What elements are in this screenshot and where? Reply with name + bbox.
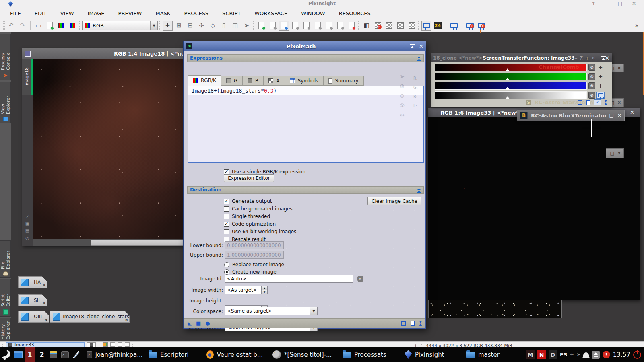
task-master[interactable]: master xyxy=(462,347,515,362)
image-width-stepper[interactable]: <As target> ▲▼ xyxy=(225,286,268,294)
image18-view-tab[interactable]: Image18 xyxy=(22,59,33,95)
split-channels-icon[interactable] xyxy=(67,21,77,31)
background-window-fragment[interactable]: □✕ xyxy=(606,148,624,158)
tray-cursor-icon[interactable]: ➤ xyxy=(577,352,580,357)
preview-rect-icon[interactable]: ▯ xyxy=(219,21,229,31)
collapse-icon[interactable] xyxy=(417,188,421,193)
stf-green-bar[interactable] xyxy=(435,73,587,80)
menu-item-script[interactable]: SCRIPT xyxy=(215,9,248,18)
tab-rgbk[interactable]: RGB/K xyxy=(188,75,221,86)
process-load-icon[interactable] xyxy=(290,21,300,31)
rgb-channels-icon[interactable] xyxy=(56,21,66,31)
collapse-icon[interactable] xyxy=(417,56,421,61)
generate-output-checkbox[interactable] xyxy=(224,199,229,204)
redo-icon[interactable]: ↷ xyxy=(17,21,27,31)
browse-doc-icon[interactable] xyxy=(411,321,415,326)
menu-item-file[interactable]: FILE xyxy=(3,9,28,18)
sidebar-item-history-explorer[interactable]: History Explorer ◆ xyxy=(0,318,11,341)
zoom-out-mode-icon[interactable]: ⊟ xyxy=(185,21,195,31)
image18-hscroll-thumb[interactable] xyxy=(91,240,184,246)
iconized-view-image18-clone-clone-stars[interactable]: Image18_clone_clone_stars N xyxy=(50,311,130,323)
window-controls[interactable]: ↑ ‒ □ ✕ xyxy=(591,1,640,6)
stf-titlebar[interactable]: 18_clone <*new*> ScreenTransferFunction:… xyxy=(431,53,612,62)
cache-images-row[interactable]: Cache generated images xyxy=(224,205,293,213)
mask-half-icon[interactable]: ◧ xyxy=(361,21,372,31)
browse-doc-icon[interactable] xyxy=(586,100,590,105)
stf-midtone-marker[interactable] xyxy=(506,87,510,90)
notifications-bell-icon[interactable] xyxy=(583,352,589,357)
menu-item-view[interactable]: VIEW xyxy=(54,9,81,18)
process-new-icon[interactable] xyxy=(256,21,266,31)
iconized-view-sii[interactable]: _SII N xyxy=(18,294,47,306)
background-window-fragment[interactable]: □✕ xyxy=(610,98,624,107)
preview-edit-icon[interactable]: ◫ xyxy=(230,21,240,31)
tray-indicator-d[interactable]: D xyxy=(549,350,557,359)
cache-images-checkbox[interactable] xyxy=(224,206,229,212)
close-icon[interactable]: ✕ xyxy=(617,100,621,105)
workspace-active-icon[interactable] xyxy=(103,342,108,347)
process-edit-icon[interactable] xyxy=(268,21,278,31)
package-launcher-icon[interactable] xyxy=(49,350,58,360)
generate-output-row[interactable]: Generate output xyxy=(224,197,272,205)
tab-g[interactable]: G xyxy=(221,76,243,86)
workspace-icon[interactable] xyxy=(110,342,115,347)
menu-item-preview[interactable]: PREVIEW xyxy=(111,9,149,18)
code-optimization-row[interactable]: Code optimization xyxy=(224,220,276,228)
stf-reset-lum-icon[interactable]: ⊗ xyxy=(588,92,595,99)
task-gimp[interactable]: *[Sense títol]-... xyxy=(268,347,337,362)
image18-window-icon[interactable] xyxy=(25,51,31,57)
iconized-view-ha[interactable]: _HA N xyxy=(18,276,47,288)
workspace-1-button[interactable]: 1 xyxy=(25,347,35,362)
sidebar-item-file-explorer[interactable]: File Explorer xyxy=(0,240,11,278)
stf-disable-icon[interactable]: ✕ xyxy=(465,21,475,31)
eject-icon[interactable] xyxy=(592,351,600,359)
tray-indicator-n[interactable]: N xyxy=(537,350,546,359)
task-escriptori[interactable]: Escriptori xyxy=(144,347,201,362)
sidebar-item-script-editor[interactable]: Script Editor xyxy=(0,279,11,317)
tab-symbols[interactable]: Symbols xyxy=(285,76,324,86)
strip-drag-handle[interactable] xyxy=(2,342,4,347)
clear-image-cache-button[interactable]: Clear Image Cache xyxy=(367,197,421,205)
window-manager-logo-icon[interactable] xyxy=(1,349,12,360)
mask-show-icon[interactable] xyxy=(407,21,417,31)
tray-indicator-m[interactable]: M xyxy=(526,350,535,359)
use-64bit-checkbox[interactable] xyxy=(224,229,229,234)
code-optimization-checkbox[interactable] xyxy=(224,222,229,227)
copy-view-icon[interactable]: ▤ xyxy=(25,228,29,233)
expressions-section-header[interactable]: Expressions xyxy=(187,54,424,62)
zoom-in-mode-icon[interactable]: ⊞ xyxy=(174,21,184,31)
color-space-select[interactable]: <Same as target> ▼ xyxy=(225,307,318,315)
keyboard-layout[interactable]: ES xyxy=(560,352,567,358)
use-64bit-row[interactable]: Use 64-bit working images xyxy=(224,228,296,236)
pan-mode-icon[interactable]: + xyxy=(163,21,173,31)
expression-editor-area[interactable]: Image18+(Image18_stars*0.3) xyxy=(188,86,424,163)
shade-icon[interactable] xyxy=(410,44,415,49)
process-reset-icon[interactable] xyxy=(313,21,323,31)
show-desktop-icon[interactable] xyxy=(13,350,23,360)
sidebar-item-process-console[interactable]: Process Console ➤ xyxy=(0,34,11,80)
close-icon[interactable]: ✕ xyxy=(419,43,423,49)
apply-instance-icon[interactable]: ◣ xyxy=(188,320,192,326)
menu-item-process[interactable]: PROCESS xyxy=(177,9,215,18)
workspace-2-button[interactable]: 2 xyxy=(37,347,47,362)
menu-item-resources[interactable]: RESOURCES xyxy=(332,9,378,18)
replace-target-radio-row[interactable]: Replace target image xyxy=(224,261,284,269)
power-icon[interactable] xyxy=(633,351,641,359)
terminal-launcher-icon[interactable]: >_ xyxy=(60,350,70,360)
task-processats[interactable]: Processats xyxy=(339,347,399,362)
dropdown-arrow-icon[interactable]: ▼ xyxy=(150,21,157,30)
alert-icon[interactable]: ! xyxy=(603,351,610,358)
toolbar-drag-handle[interactable] xyxy=(358,21,360,30)
tab-summary[interactable]: Summary xyxy=(323,76,364,86)
task-firefox[interactable]: Veure estat b... xyxy=(202,347,267,362)
editor-launcher-icon[interactable] xyxy=(71,350,81,360)
toolbar-drag-handle[interactable] xyxy=(78,21,81,30)
task-terminal[interactable]: >_ joan@thinkpa... xyxy=(83,347,143,362)
mask-invert-icon[interactable] xyxy=(384,21,394,31)
single-threaded-row[interactable]: Single threaded xyxy=(224,212,270,220)
stf-blue-bar[interactable] xyxy=(435,82,587,90)
stf-reset-red-icon[interactable]: ⊗ xyxy=(588,64,595,71)
process-settings-icon[interactable] xyxy=(324,21,334,31)
enabled-check-icon[interactable]: ✓ xyxy=(594,99,601,105)
star-image-strip[interactable] xyxy=(428,300,562,318)
